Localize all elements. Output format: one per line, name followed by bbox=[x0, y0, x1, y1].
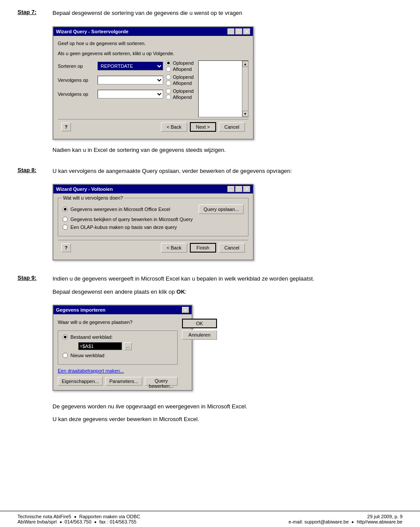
voltooien-finish-btn[interactable]: Finish bbox=[190, 243, 216, 253]
footer-bullet1 bbox=[74, 516, 76, 518]
import-radio2-label: Nieuw werkblad bbox=[70, 353, 105, 358]
sort-radio3b-row: Aflopend bbox=[166, 95, 194, 100]
sort-radio1a-label: Oplopend bbox=[173, 60, 194, 66]
step8-description: U kan vervolgens de aangemaakte Query op… bbox=[52, 167, 402, 176]
import-ok-btn[interactable]: OK bbox=[182, 319, 217, 328]
import-bottom-btns: Eigenschappen... Parameters... Query bew… bbox=[58, 377, 178, 386]
voltooien-close-btn[interactable]: × bbox=[243, 186, 250, 192]
voltooien-help-btn[interactable]: ? bbox=[61, 243, 71, 252]
import-query-btn[interactable]: Query bewerken... bbox=[145, 377, 178, 386]
voltooien-save-btn[interactable]: Query opslaan... bbox=[199, 204, 244, 214]
import-pivot-link[interactable]: Een draaitabelrapport maken... bbox=[58, 368, 178, 373]
sort-field2-radios: Oplopend Aflopend bbox=[166, 74, 194, 86]
sort-instruction2: Als u geen gegevens wilt sorteren, klikt… bbox=[58, 50, 248, 57]
sort-dialog-title: Wizard Query - Sorteervolgorde bbox=[56, 29, 129, 34]
voltooien-buttons-row: ? < Back Finish Cancel bbox=[58, 240, 248, 255]
import-titlebar-buttons: × bbox=[182, 307, 189, 313]
sort-radio2b[interactable] bbox=[166, 81, 171, 86]
footer-company: AbiWare bvba/sprl bbox=[18, 519, 56, 524]
import-radio1-label: Bestaand werkblad: bbox=[70, 334, 113, 340]
import-main-layout: Waar wilt u de gegevens plaatsen? Bestaa… bbox=[58, 319, 187, 386]
sort-field1-radios: Oplopend Aflopend bbox=[166, 60, 194, 72]
import-titlebar: Gegevens importeren × bbox=[53, 306, 192, 314]
sort-radio3a[interactable] bbox=[166, 88, 171, 94]
sort-radio3b[interactable] bbox=[166, 95, 171, 100]
footer-bullet2 bbox=[60, 521, 62, 523]
voltooien-dialog-wrapper: Wizard Query - Voltooien _ □ × Wat wilt … bbox=[52, 184, 254, 260]
import-cell-field[interactable] bbox=[78, 342, 122, 350]
voltooien-option2-label: Gegevens bekijken of query bewerken in M… bbox=[70, 217, 192, 222]
voltooien-radio1[interactable] bbox=[63, 207, 68, 212]
step8-text: U kan vervolgens de aangemaakte Query op… bbox=[52, 167, 402, 267]
sort-radio1b-row: Aflopend bbox=[166, 67, 194, 72]
page-content: Stap 7: Bepaal desgewenst de sortering v… bbox=[0, 0, 420, 462]
step9-description: Indien u de gegevens weergeeft in Micros… bbox=[52, 274, 402, 283]
voltooien-dialog: Wizard Query - Voltooien _ □ × Wat wilt … bbox=[52, 184, 254, 260]
import-left: Waar wilt u de gegevens plaatsen? Bestaa… bbox=[58, 319, 178, 386]
sort-radio3b-label: Aflopend bbox=[173, 95, 192, 100]
sort-next-btn[interactable]: Next > bbox=[190, 122, 216, 132]
import-radio2[interactable] bbox=[63, 353, 68, 358]
sort-field1-row: Sorteren op REPORTDATE Oplopend bbox=[58, 60, 194, 72]
sort-radio2a[interactable] bbox=[166, 74, 171, 80]
sort-back-btn[interactable]: < Back bbox=[161, 122, 187, 132]
sort-help-btn[interactable]: ? bbox=[61, 123, 71, 131]
footer-date: 29 juli 2009, p. 9 bbox=[289, 514, 402, 519]
voltooien-back-btn[interactable]: < Back bbox=[161, 243, 187, 253]
sort-radio1a[interactable] bbox=[166, 60, 171, 66]
sort-dialog-titlebar: Wizard Query - Sorteervolgorde _ □ × bbox=[53, 27, 253, 36]
voltooien-restore-btn[interactable]: □ bbox=[235, 186, 242, 192]
footer-contact-line: e-mail: support@abiware.be http//www.abi… bbox=[289, 519, 402, 524]
sort-scroll-down[interactable]: ▼ bbox=[242, 111, 248, 117]
sort-radio2b-label: Aflopend bbox=[173, 81, 192, 86]
import-radio1-row: Bestaand werkblad: bbox=[63, 334, 173, 340]
voltooien-radio2[interactable] bbox=[63, 217, 68, 222]
voltooien-groupbox: Wat wilt u vervolgens doen? Gegevens wee… bbox=[58, 198, 248, 236]
sort-field1-select[interactable]: REPORTDATE bbox=[98, 62, 163, 70]
import-question: Waar wilt u de gegevens plaatsen? bbox=[58, 319, 178, 326]
import-eigenschappen-btn[interactable]: Eigenschappen... bbox=[58, 377, 103, 386]
voltooien-option3-label: Een OLAP-kubus maken op basis van deze q… bbox=[70, 225, 177, 230]
step9-text: Indien u de gegevens weergeeft in Micros… bbox=[52, 274, 402, 428]
import-browse-btn[interactable]: ... bbox=[124, 342, 132, 350]
step9-row: Stap 9: Indien u de gegevens weergeeft i… bbox=[18, 274, 402, 428]
sort-dialog: Wizard Query - Sorteervolgorde _ □ × Gee… bbox=[52, 26, 254, 140]
voltooien-radio3[interactable] bbox=[63, 225, 68, 230]
voltooien-option1-row: Gegevens weergeven in Microsoft Office E… bbox=[63, 204, 244, 214]
import-right-btns: OK Annuleren bbox=[182, 319, 217, 386]
sort-scrollbar: ▲ ▼ bbox=[242, 61, 248, 117]
sort-restore-btn[interactable]: □ bbox=[235, 28, 242, 35]
import-dialog-wrapper: Gegevens importeren × Waar wilt u de geg… bbox=[52, 305, 192, 391]
sort-field2-select[interactable] bbox=[98, 76, 163, 84]
voltooien-minimize-btn[interactable]: _ bbox=[228, 186, 234, 192]
sort-field3-row: Vervolgens op Oplopend bbox=[58, 88, 194, 100]
voltooien-help-area: ? bbox=[61, 243, 158, 252]
import-annuleren-btn[interactable]: Annuleren bbox=[182, 330, 217, 340]
import-radio1[interactable] bbox=[63, 334, 68, 340]
sort-field3-label: Vervolgens op bbox=[58, 91, 95, 97]
step8-row: Stap 8: U kan vervolgens de aangemaakte … bbox=[18, 167, 402, 267]
voltooien-groupbox-title: Wat wilt u vervolgens doen? bbox=[62, 195, 124, 200]
sort-radio1b[interactable] bbox=[166, 67, 171, 72]
sort-scroll-up[interactable]: ▲ bbox=[242, 61, 248, 67]
sort-instruction1: Geef op hoe u de gegevens wilt sorteren. bbox=[58, 40, 248, 47]
voltooien-titlebar: Wizard Query - Voltooien _ □ × bbox=[53, 185, 253, 193]
sort-field3-select[interactable] bbox=[98, 90, 163, 98]
voltooien-cancel-btn[interactable]: Cancel bbox=[219, 243, 245, 253]
sort-minimize-btn[interactable]: _ bbox=[228, 28, 234, 35]
import-field-row: ... bbox=[70, 342, 173, 350]
step7-text: Bepaal desgewenst de sortering van de ge… bbox=[52, 9, 402, 159]
import-parameters-btn[interactable]: Parameters... bbox=[105, 377, 142, 386]
sort-radio1b-label: Aflopend bbox=[173, 67, 192, 72]
voltooien-options: Gegevens weergeven in Microsoft Office E… bbox=[63, 204, 244, 230]
voltooien-title: Wizard Query - Voltooien bbox=[56, 186, 113, 192]
footer-right: 29 juli 2009, p. 9 e-mail: support@abiwa… bbox=[289, 514, 402, 524]
step9-ok-bold: OK bbox=[176, 288, 185, 295]
sort-radio3a-row: Oplopend bbox=[166, 88, 194, 94]
sort-cancel-btn[interactable]: Cancel bbox=[219, 122, 245, 132]
step7-post-text: Nadien kan u in Excel de sortering van d… bbox=[52, 146, 402, 155]
import-close-btn[interactable]: × bbox=[182, 307, 189, 313]
footer-report-label: Rapporten maken via ODBC bbox=[79, 514, 140, 519]
sort-close-btn[interactable]: × bbox=[243, 28, 250, 35]
import-radio2-row: Nieuw werkblad bbox=[63, 353, 173, 358]
